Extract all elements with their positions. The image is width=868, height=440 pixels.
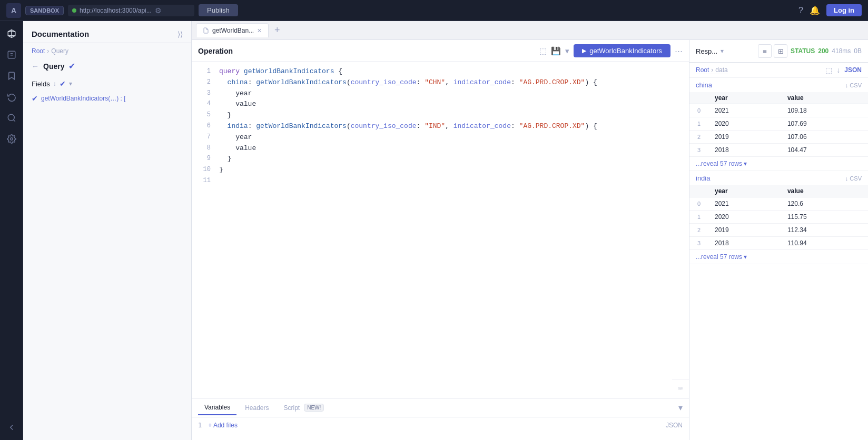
sandbox-badge: SANDBOX <box>25 6 64 15</box>
table-row: 12020115.75 <box>689 211 868 224</box>
copy-response-icon[interactable]: ⬚ <box>825 66 832 74</box>
settings-icon[interactable]: ⚙ <box>155 6 162 15</box>
doc-collapse-icon[interactable]: ⟩⟩ <box>177 30 183 38</box>
row-idx: 2 <box>689 131 708 144</box>
save-icon[interactable]: 💾 <box>551 46 561 56</box>
tab-label: getWorldBan... <box>212 27 254 34</box>
table-row: 12020107.69 <box>689 117 868 131</box>
response-panel: Resp... ▾ ≡ ⊞ STATUS 200 418ms 0B <box>689 40 868 440</box>
code-content: value <box>219 143 256 154</box>
bottom-content: 1 + Add files JSON <box>192 417 689 433</box>
editor-area: Operation ⬚ 💾 ▾ ▶ getWorldBankIndicators… <box>192 40 689 440</box>
line-num: 11 <box>198 176 211 186</box>
code-content: china: getWorldBankIndicators(country_is… <box>219 77 597 88</box>
code-content: } <box>219 165 223 176</box>
row-year: 2021 <box>708 104 781 117</box>
code-line-8: 8 value <box>192 143 689 154</box>
bottom-json-label: JSON <box>666 422 683 429</box>
table-row: 02021109.18 <box>689 104 868 117</box>
code-line-3: 3 year <box>192 88 689 99</box>
resp-grid-view-icon[interactable]: ⊞ <box>774 44 787 58</box>
operation-label: Operation <box>198 47 233 55</box>
editor-response-wrapper: getWorldBan... ✕ + Operation ⬚ 💾 ▾ ▶ <box>192 21 868 440</box>
svg-point-8 <box>10 138 13 141</box>
back-button[interactable]: ← <box>32 62 39 71</box>
row-year: 2019 <box>708 224 781 237</box>
check-icon: ✔ <box>68 61 75 71</box>
login-button[interactable]: Log in <box>826 4 862 16</box>
china-section-header: china ↓ CSV <box>689 78 868 92</box>
editor-tab[interactable]: getWorldBan... ✕ <box>196 23 269 37</box>
publish-button[interactable]: Publish <box>199 4 238 16</box>
row-year: 2019 <box>708 131 781 144</box>
response-dropdown-icon[interactable]: ▾ <box>721 47 724 55</box>
tab-bar: getWorldBan... ✕ + <box>192 21 868 40</box>
editor-footer: ⌨ <box>672 379 689 398</box>
breadcrumb-current: Query <box>51 47 68 55</box>
row-value: 110.94 <box>781 237 868 250</box>
response-toolbar-icons: ≡ ⊞ <box>758 44 787 58</box>
sidebar-icon-settings[interactable] <box>3 131 20 147</box>
india-reveal-button[interactable]: ...reveal 57 rows ▾ <box>689 250 868 264</box>
response-body: china ↓ CSV year value 0202 <box>689 78 868 440</box>
code-line-6: 6 india: getWorldBankIndicators(country_… <box>192 121 689 132</box>
editor-toolbar: Operation ⬚ 💾 ▾ ▶ getWorldBankIndicators… <box>192 40 689 62</box>
new-tab-button[interactable]: + <box>270 23 284 38</box>
add-files-button[interactable]: + Add files <box>208 422 238 429</box>
tab-script[interactable]: Script NEW! <box>278 401 331 415</box>
sidebar-icon-collapse[interactable] <box>3 419 20 436</box>
url-status-dot <box>72 8 76 13</box>
svg-point-6 <box>8 114 14 121</box>
play-icon: ▶ <box>582 47 586 54</box>
india-value-header: value <box>781 185 868 197</box>
notification-icon[interactable]: 🔔 <box>810 5 820 15</box>
sidebar-icon-history[interactable] <box>3 88 20 105</box>
url-bar[interactable]: http://localhost:3000/api... ⚙ <box>68 5 194 16</box>
breadcrumb-root[interactable]: Root <box>32 47 45 55</box>
json-toolbar: ⬚ ↓ JSON <box>825 66 862 74</box>
breadcrumb-root[interactable]: Root <box>696 66 709 74</box>
india-year-header: year <box>708 185 781 197</box>
china-csv-button[interactable]: ↓ CSV <box>845 82 862 88</box>
fields-chevron-icon[interactable]: ▾ <box>69 80 72 87</box>
more-options-icon[interactable]: ⋯ <box>675 46 683 56</box>
line-num: 2 <box>198 77 211 87</box>
response-size: 0B <box>854 47 862 55</box>
save-dropdown-icon[interactable]: ▾ <box>565 46 569 56</box>
sidebar-icon-bookmark[interactable] <box>3 67 20 84</box>
sidebar-icon-search[interactable] <box>3 109 20 126</box>
run-button[interactable]: ▶ getWorldBankIndicators <box>574 44 670 57</box>
status-label: STATUS <box>791 47 815 55</box>
tab-headers[interactable]: Headers <box>239 401 275 415</box>
row-idx: 2 <box>689 224 708 237</box>
bottom-collapse-icon[interactable]: ▾ <box>678 403 683 413</box>
china-reveal-button[interactable]: ...reveal 57 rows ▾ <box>689 157 868 171</box>
help-icon[interactable]: ? <box>798 6 803 15</box>
line-num: 6 <box>198 121 211 131</box>
row-year: 2018 <box>708 144 781 157</box>
run-label: getWorldBankIndicators <box>589 47 662 55</box>
code-editor[interactable]: 1 query getWorldBankIndicators { 2 china… <box>192 62 689 398</box>
row-year: 2020 <box>708 211 781 224</box>
download-response-icon[interactable]: ↓ <box>836 66 840 74</box>
code-line-11: 11 <box>192 176 689 186</box>
resp-list-view-icon[interactable]: ≡ <box>758 44 772 58</box>
response-json-area: Root › data ⬚ ↓ JSON <box>689 63 868 78</box>
fields-sort-icon[interactable]: ↓ <box>53 80 56 87</box>
table-row: 32018110.94 <box>689 237 868 250</box>
sidebar-icon-graphql[interactable] <box>3 25 20 42</box>
india-csv-button[interactable]: ↓ CSV <box>845 175 862 182</box>
china-table: year value 02021109.1812020107.692201910… <box>689 92 868 157</box>
sidebar-icon-docs[interactable] <box>3 46 20 63</box>
tab-variables[interactable]: Variables <box>198 401 236 415</box>
list-item[interactable]: ✔ getWorldBankIndicators(…) : [ <box>32 92 183 105</box>
main-layout: Documentation ⟩⟩ Root › Query ← Query ✔ … <box>0 21 868 440</box>
copy-icon[interactable]: ⬚ <box>539 46 547 56</box>
breadcrumb: Root › Query <box>23 43 191 59</box>
line-num: 5 <box>198 110 211 120</box>
row-value: 115.75 <box>781 211 868 224</box>
tab-close-icon[interactable]: ✕ <box>257 27 262 34</box>
code-line-10: 10 } <box>192 165 689 176</box>
sidebar-icons <box>0 21 23 440</box>
topbar: A SANDBOX http://localhost:3000/api... ⚙… <box>0 0 868 21</box>
